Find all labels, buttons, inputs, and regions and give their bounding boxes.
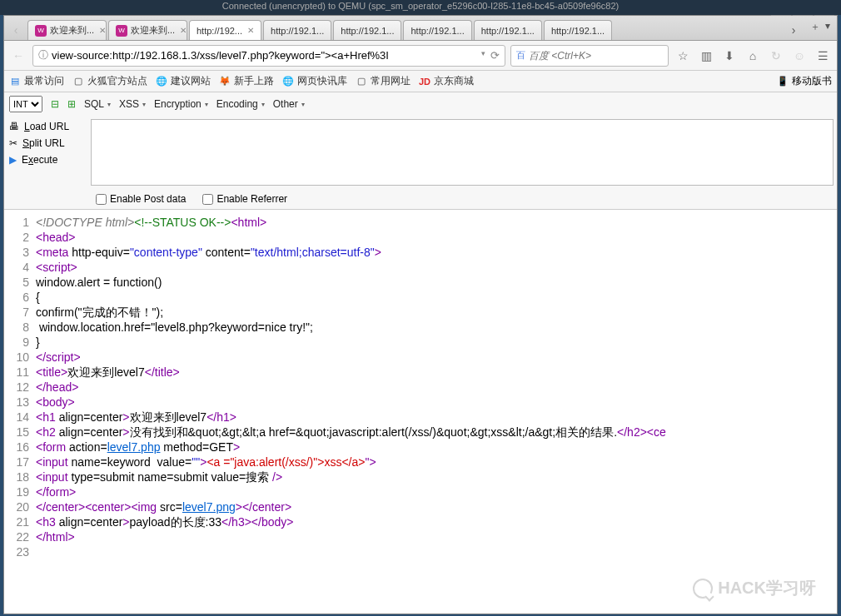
source-line: 1<!DOCTYPE html><!--STATUS OK--><html> (12, 215, 829, 230)
hackbar-panel: INT ⊟ ⊞ SQL XSS Encryption Encoding Othe… (4, 92, 837, 210)
hackbar-split-url[interactable]: ✂Split URL (9, 137, 89, 149)
tab-close-icon[interactable]: ✕ (180, 26, 187, 35)
hackbar-execute[interactable]: ▶Execute (9, 154, 89, 166)
bookmark-icon: 🦊 (219, 76, 231, 87)
favicon-icon: W (35, 25, 47, 37)
source-line: 20</center><center><img src=level7.png><… (12, 499, 829, 514)
search-box[interactable]: 百 (510, 45, 669, 67)
source-line: 23 (12, 544, 829, 559)
bookmarks-bar: ▤ 最常访问 ▢火狐官方站点🌐建议网站🦊新手上路🌐网页快讯库▢常用网址JD京东商… (4, 71, 837, 92)
back-button[interactable]: ← (9, 47, 27, 65)
tab-label: 欢迎来到... (131, 24, 175, 37)
tab-scroll-right-icon[interactable]: › (785, 20, 802, 40)
tab-5[interactable]: http://192.1... (403, 20, 471, 40)
bookmark-mobile[interactable]: 移动版书 (792, 74, 832, 88)
hackbar-post-checkbox[interactable]: Enable Post data (96, 193, 186, 205)
scissors-icon: ✂ (9, 137, 17, 149)
source-line: 15<h2 align=center>没有找到和&quot;&gt;&lt;a … (12, 425, 829, 440)
menu-icon[interactable]: ☰ (814, 47, 832, 65)
search-input[interactable] (529, 50, 663, 62)
tab-6[interactable]: http://192.1... (474, 20, 542, 40)
hackbar-other-menu[interactable]: Other (273, 98, 305, 110)
source-line: 7confirm("完成的不错！"); (12, 305, 829, 320)
source-line: 2<head> (12, 230, 829, 245)
bookmark-item-2[interactable]: 🦊新手上路 (219, 74, 274, 88)
source-line: 19</form> (12, 484, 829, 499)
search-engine-icon: 百 (516, 49, 525, 62)
watermark: HACK学习呀 (693, 577, 816, 599)
url-box[interactable]: ⓘ ▾ ⟳ (32, 45, 505, 67)
source-line: 8 window.location.href="level8.php?keywo… (12, 320, 829, 335)
bookmark-icon: JD (419, 76, 430, 87)
hackbar-load-url[interactable]: 🖶Load URL (9, 121, 89, 132)
tab-7[interactable]: http://192.1... (544, 20, 612, 40)
source-line: 10</script> (12, 350, 829, 365)
source-line: 13<body> (12, 395, 829, 410)
tab-label: http://192... (197, 26, 242, 36)
hackbar-xss-menu[interactable]: XSS (119, 98, 146, 110)
bookmark-icon: 🌐 (156, 76, 167, 87)
downloads-icon[interactable]: ⬇ (720, 47, 739, 65)
tab-2[interactable]: http://192...✕ (189, 20, 261, 40)
bookmark-star-icon[interactable]: ☆ (674, 47, 692, 65)
mobile-icon: 📱 (777, 76, 789, 87)
bookmark-item-5[interactable]: JD京东商城 (419, 74, 474, 88)
vm-titlebar: Connected (unencrypted) to QEMU (spc_sm_… (0, 0, 841, 15)
tab-label: http://192.1... (481, 26, 535, 36)
hackbar-encryption-menu[interactable]: Encryption (154, 98, 208, 110)
tab-label: http://192.1... (411, 26, 464, 36)
info-icon[interactable]: ⓘ (38, 48, 48, 62)
tab-label: http://192.1... (271, 26, 324, 36)
source-line: 11<title>欢迎来到level7</title> (12, 365, 829, 380)
tab-scroll-left-icon[interactable]: ‹ (7, 20, 24, 40)
tab-strip: ‹ W欢迎来到...✕W欢迎来到...✕http://192...✕http:/… (4, 16, 837, 41)
hackbar-increment-icon[interactable]: ⊞ (67, 98, 76, 110)
tab-3[interactable]: http://192.1... (263, 20, 331, 40)
source-line: 14<h1 align=center>欢迎来到level7</h1> (12, 410, 829, 425)
dropdown-icon[interactable]: ▾ (481, 49, 485, 62)
tab-0[interactable]: W欢迎来到...✕ (27, 20, 107, 40)
source-line: 17<input name=keyword value=""><a ="java… (12, 455, 829, 469)
tab-close-icon[interactable]: ✕ (247, 26, 254, 35)
source-line: 22</html> (12, 529, 829, 544)
source-line: 18<input type=submit name=submit value=搜… (12, 469, 829, 484)
tab-1[interactable]: W欢迎来到...✕ (108, 20, 187, 40)
tab-4[interactable]: http://192.1... (333, 20, 401, 40)
source-line: 3<meta http-equiv="content-type" content… (12, 245, 829, 260)
bookmark-item-3[interactable]: 🌐网页快讯库 (282, 74, 347, 88)
tab-label: http://192.1... (551, 26, 605, 36)
bookmark-item-1[interactable]: 🌐建议网站 (156, 74, 211, 88)
reload-icon[interactable]: ⟳ (490, 49, 500, 62)
bookmark-icon: 🌐 (282, 76, 294, 87)
hackbar-encoding-menu[interactable]: Encoding (216, 98, 265, 110)
tab-close-icon[interactable]: ✕ (99, 26, 106, 35)
source-line: 4<script> (12, 260, 829, 275)
source-line: 12</head> (12, 380, 829, 395)
smile-icon[interactable]: ☺ (790, 47, 809, 65)
new-tab-button[interactable]: ＋ (810, 20, 820, 40)
hackbar-type-select[interactable]: INT (9, 96, 42, 112)
source-line: 9} (12, 335, 829, 350)
url-input[interactable] (52, 49, 481, 62)
source-line: 16<form action=level7.php method=GET> (12, 440, 829, 455)
source-viewer[interactable]: 1<!DOCTYPE html><!--STATUS OK--><html>2<… (4, 210, 837, 614)
refresh2-icon[interactable]: ↻ (767, 47, 785, 65)
bookmark-item-4[interactable]: ▢常用网址 (356, 74, 411, 88)
favicon-icon: W (116, 25, 127, 37)
library-icon[interactable]: ▥ (697, 47, 715, 65)
tab-label: http://192.1... (341, 26, 394, 36)
wechat-icon (693, 579, 713, 599)
bookmark-item-0[interactable]: ▢火狐官方站点 (72, 74, 147, 88)
hackbar-textarea[interactable] (91, 119, 834, 186)
bookmark-most-visited[interactable]: ▤ 最常访问 (9, 74, 64, 88)
source-line: 6{ (12, 290, 829, 305)
home-icon[interactable]: ⌂ (744, 47, 762, 65)
toolbar: ← ⓘ ▾ ⟳ 百 ☆ ▥ ⬇ ⌂ ↻ ☺ ☰ (4, 41, 837, 71)
bookmark-icon: ▢ (72, 76, 84, 87)
tab-list-dropdown-icon[interactable]: ▾ (825, 20, 830, 40)
source-line: 5window.alert = function() (12, 275, 829, 290)
hackbar-decrement-icon[interactable]: ⊟ (51, 98, 59, 110)
hackbar-sql-menu[interactable]: SQL (84, 98, 111, 110)
hackbar-referrer-checkbox[interactable]: Enable Referrer (202, 193, 287, 205)
clipboard-icon: ▤ (9, 76, 21, 87)
